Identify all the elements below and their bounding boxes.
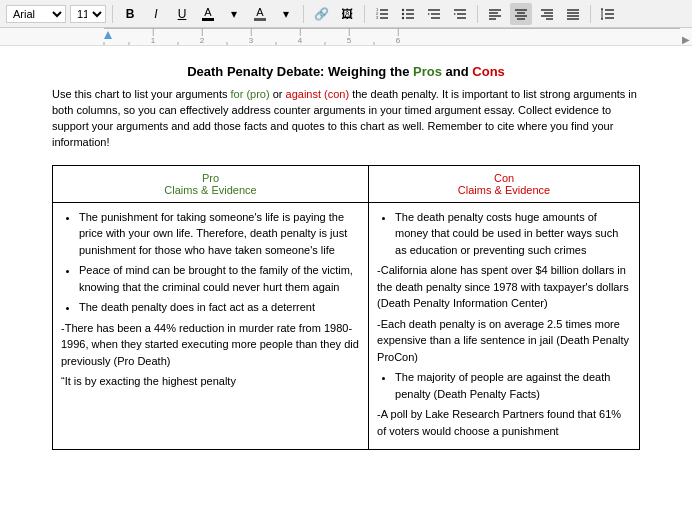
con-bullet-list-1: The death penalty costs huge amounts of … xyxy=(377,209,631,259)
ruler-right-arrow[interactable]: ▶ xyxy=(680,34,692,45)
con-dash-3: -A poll by Lake Research Partners found … xyxy=(377,406,631,439)
pro-header-label: Pro xyxy=(202,172,219,184)
toolbar: Arial 11 B I U A ▾ A ▾ 🔗 🖼 123 xyxy=(0,0,692,28)
con-header-label: Con xyxy=(494,172,514,184)
highlight-color-icon: A xyxy=(254,6,266,21)
unordered-list-button[interactable] xyxy=(397,3,419,25)
italic-button[interactable]: I xyxy=(145,3,167,25)
font-color-button[interactable]: A xyxy=(197,3,219,25)
document-area: Death Penalty Debate: Weighing the Pros … xyxy=(0,46,692,529)
list-item: The death penalty costs huge amounts of … xyxy=(395,209,631,259)
separator-1 xyxy=(112,5,113,23)
pro-column-header: Pro Claims & Evidence xyxy=(53,165,369,202)
con-dash-2: -Each death penalty is on average 2.5 ti… xyxy=(377,316,631,366)
list-item: Peace of mind can be brought to the fami… xyxy=(79,262,360,295)
pro-bullet-list: The punishment for taking someone's life… xyxy=(61,209,360,316)
title-cons: Cons xyxy=(472,64,505,79)
svg-marker-19 xyxy=(454,13,456,15)
font-color-icon: A xyxy=(202,6,214,21)
svg-text:3: 3 xyxy=(376,15,379,20)
svg-point-10 xyxy=(402,12,404,14)
con-header-sub: Claims & Evidence xyxy=(377,184,631,196)
intro-against-text: against (con) xyxy=(286,88,350,100)
title-pros: Pros xyxy=(413,64,442,79)
svg-point-11 xyxy=(402,16,404,18)
separator-3 xyxy=(364,5,365,23)
list-item: The majority of people are against the d… xyxy=(395,369,631,402)
svg-marker-41 xyxy=(601,18,603,20)
intro-for-text: for (pro) xyxy=(231,88,270,100)
con-content-cell: The death penalty costs huge amounts of … xyxy=(369,202,640,450)
title-part1: Death Penalty Debate: Weighing the xyxy=(187,64,413,79)
svg-point-9 xyxy=(402,8,404,10)
con-bullet-list-2: The majority of people are against the d… xyxy=(377,369,631,402)
pro-content-cell: The punishment for taking someone's life… xyxy=(53,202,369,450)
document-title: Death Penalty Debate: Weighing the Pros … xyxy=(52,64,640,79)
line-spacing-button[interactable] xyxy=(597,3,619,25)
increase-indent-button[interactable] xyxy=(449,3,471,25)
intro-text1: Use this chart to list your arguments xyxy=(52,88,231,100)
dropdown-arrow-font-color[interactable]: ▾ xyxy=(223,3,245,25)
align-center-button[interactable] xyxy=(510,3,532,25)
justify-button[interactable] xyxy=(562,3,584,25)
svg-marker-40 xyxy=(601,8,603,10)
con-column-header: Con Claims & Evidence xyxy=(369,165,640,202)
pro-dash-2: “It is by exacting the highest penalty xyxy=(61,373,360,390)
ordered-list-button[interactable]: 123 xyxy=(371,3,393,25)
pro-dash-1: -There has been a 44% reduction in murde… xyxy=(61,320,360,370)
list-item: The punishment for taking someone's life… xyxy=(79,209,360,259)
intro-paragraph: Use this chart to list your arguments fo… xyxy=(52,87,640,151)
separator-2 xyxy=(303,5,304,23)
align-left-button[interactable] xyxy=(484,3,506,25)
link-button[interactable]: 🔗 xyxy=(310,3,332,25)
con-dash-1: -California alone has spent over $4 bill… xyxy=(377,262,631,312)
font-family-select[interactable]: Arial xyxy=(6,5,66,23)
highlight-color-button[interactable]: A xyxy=(249,3,271,25)
align-right-button[interactable] xyxy=(536,3,558,25)
intro-text2: or xyxy=(270,88,286,100)
underline-button[interactable]: U xyxy=(171,3,193,25)
title-and: and xyxy=(442,64,472,79)
dropdown-arrow-highlight[interactable]: ▾ xyxy=(275,3,297,25)
separator-4 xyxy=(477,5,478,23)
debate-table: Pro Claims & Evidence Con Claims & Evide… xyxy=(52,165,640,451)
list-item: The death penalty does in fact act as a … xyxy=(79,299,360,316)
ruler: 1 2 3 4 5 6 ▶ xyxy=(0,28,692,46)
bold-button[interactable]: B xyxy=(119,3,141,25)
left-indent-handle[interactable] xyxy=(104,31,112,39)
pro-content: The punishment for taking someone's life… xyxy=(61,209,360,390)
svg-marker-15 xyxy=(428,13,430,15)
font-size-select[interactable]: 11 xyxy=(70,5,106,23)
image-button[interactable]: 🖼 xyxy=(336,3,358,25)
pro-header-sub: Claims & Evidence xyxy=(61,184,360,196)
con-content: The death penalty costs huge amounts of … xyxy=(377,209,631,440)
decrease-indent-button[interactable] xyxy=(423,3,445,25)
separator-5 xyxy=(590,5,591,23)
